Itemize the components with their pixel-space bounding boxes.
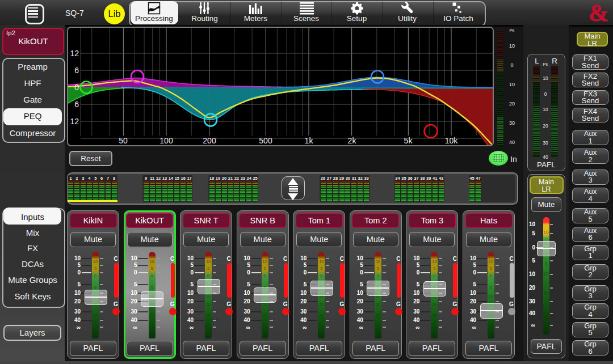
svg-text:12: 12 xyxy=(70,49,79,58)
svg-text:500: 500 xyxy=(259,136,272,145)
svg-text:6: 6 xyxy=(74,100,79,109)
svg-text:100: 100 xyxy=(159,136,173,145)
svg-text:10k: 10k xyxy=(445,136,459,145)
svg-text:5k: 5k xyxy=(404,136,413,145)
svg-text:2k: 2k xyxy=(348,136,357,145)
svg-text:0: 0 xyxy=(74,83,79,92)
svg-text:50: 50 xyxy=(119,136,128,145)
svg-text:12: 12 xyxy=(70,117,79,126)
svg-text:200: 200 xyxy=(203,136,216,145)
svg-text:6: 6 xyxy=(74,66,79,75)
svg-text:1k: 1k xyxy=(305,136,314,145)
